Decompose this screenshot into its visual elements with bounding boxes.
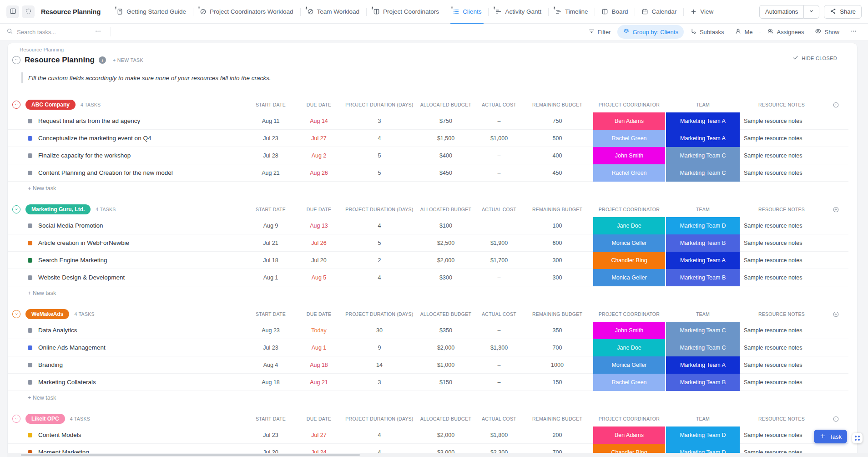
actual-cost-cell[interactable]: $1,900 [476,234,522,252]
column-header-start-date[interactable]: START DATE [247,311,294,317]
project-coordinator-cell[interactable]: Rachel Green [593,130,666,147]
allocated-budget-cell[interactable]: $2,000 [415,252,476,269]
actual-cost-cell[interactable]: – [476,269,522,286]
allocated-budget-cell[interactable]: $300 [415,269,476,286]
duration-cell[interactable]: 3 [343,112,415,130]
group-pill[interactable]: ABC Company [25,100,76,110]
column-header-due-date[interactable]: DUE DATE [294,416,343,421]
resource-notes-cell[interactable]: Sample resource notes [740,147,823,164]
actual-cost-cell[interactable]: – [476,147,522,164]
resource-notes-cell[interactable]: Sample resource notes [740,217,823,234]
column-header-resource-notes[interactable]: RESOURCE NOTES [740,311,823,317]
new-task-button[interactable]: + New task [8,286,857,300]
project-coordinator-cell[interactable]: Monica Geller [593,356,666,374]
due-date-cell[interactable]: Aug 1 [294,339,343,356]
column-header-project-duration-days[interactable]: PROJECT DURATION (DAYS) [343,207,415,212]
column-header-team[interactable]: TEAM [666,311,740,317]
actual-cost-cell[interactable]: – [476,322,522,339]
allocated-budget-cell[interactable]: $400 [415,147,476,164]
due-date-cell[interactable]: Aug 2 [294,147,343,164]
allocated-budget-cell[interactable]: $2,000 [415,339,476,356]
tab-project-coordinators-workload[interactable]: Project Coordinators Workload [193,0,300,24]
column-header-allocated-budget[interactable]: ALLOCATED BUDGET [415,207,476,212]
column-header-project-duration-days[interactable]: PROJECT DURATION (DAYS) [343,416,415,421]
column-header-allocated-budget[interactable]: ALLOCATED BUDGET [415,311,476,317]
resource-notes-cell[interactable]: Sample resource notes [740,112,823,130]
duration-cell[interactable]: 14 [343,356,415,374]
start-date-cell[interactable]: Jul 21 [247,234,294,252]
column-header-due-date[interactable]: DUE DATE [294,102,343,107]
allocated-budget-cell[interactable]: $450 [415,164,476,182]
start-date-cell[interactable]: Jul 18 [247,252,294,269]
project-coordinator-cell[interactable]: Rachel Green [593,374,666,391]
duration-cell[interactable]: 4 [343,269,415,286]
duration-cell[interactable]: 4 [343,427,415,444]
project-coordinator-cell[interactable]: Jane Doe [593,217,666,234]
resource-notes-cell[interactable]: Sample resource notes [740,427,823,444]
actual-cost-cell[interactable]: – [476,217,522,234]
due-date-cell[interactable]: Jul 26 [294,234,343,252]
column-header-team[interactable]: TEAM [666,207,740,212]
remaining-budget-cell[interactable]: 350 [522,322,593,339]
tab-clients[interactable]: Clients [446,0,488,24]
team-cell[interactable]: Marketing Team A [666,252,740,269]
team-cell[interactable]: Marketing Team B [666,374,740,391]
team-cell[interactable]: Marketing Team A [666,112,740,130]
column-header-remaining-budget[interactable]: REMAINING BUDGET [522,416,593,421]
resource-notes-cell[interactable]: Sample resource notes [740,234,823,252]
project-coordinator-cell[interactable]: John Smith [593,147,666,164]
project-coordinator-cell[interactable]: Chandler Bing [593,252,666,269]
remaining-budget-cell[interactable]: 1000 [522,356,593,374]
start-date-cell[interactable]: Aug 11 [247,112,294,130]
column-header-resource-notes[interactable]: RESOURCE NOTES [740,102,823,107]
duration-cell[interactable]: 5 [343,234,415,252]
resource-notes-cell[interactable]: Sample resource notes [740,269,823,286]
project-coordinator-cell[interactable]: Ben Adams [593,427,666,444]
group-pill[interactable]: Marketing Guru, Ltd. [25,204,91,214]
column-header-actual-cost[interactable]: ACTUAL COST [476,311,522,317]
tab-timeline[interactable]: Timeline [548,0,595,24]
actual-cost-cell[interactable]: – [476,112,522,130]
start-date-cell[interactable]: Jul 28 [247,147,294,164]
filter-button[interactable]: Filter [584,28,616,36]
allocated-budget-cell[interactable]: $2,500 [415,234,476,252]
collapse-group-button[interactable] [12,415,20,423]
remaining-budget-cell[interactable]: 700 [522,339,593,356]
task-name-cell[interactable]: Conceptualize the marketing event on Q4 [8,130,247,147]
tab-activity-gantt[interactable]: Activity Gantt [488,0,548,24]
team-cell[interactable]: Marketing Team C [666,339,740,356]
column-header-project-duration-days[interactable]: PROJECT DURATION (DAYS) [343,102,415,107]
due-date-cell[interactable]: Aug 26 [294,164,343,182]
duration-cell[interactable]: 5 [343,147,415,164]
column-header-allocated-budget[interactable]: ALLOCATED BUDGET [415,416,476,421]
space-avatar-button[interactable] [22,5,35,18]
team-cell[interactable]: Marketing Team C [666,322,740,339]
new-task-button[interactable]: + New task [8,182,857,195]
task-status-icon[interactable] [28,241,32,245]
task-status-icon[interactable] [28,275,32,280]
automations-dropdown-button[interactable] [804,5,819,19]
info-icon[interactable]: i [99,56,106,64]
duration-cell[interactable]: 3 [343,374,415,391]
project-coordinator-cell[interactable]: Monica Geller [593,269,666,286]
allocated-budget-cell[interactable]: $750 [415,112,476,130]
hide-closed-button[interactable]: HIDE CLOSED [792,54,837,62]
task-name-cell[interactable]: Finalize capacity for the workshop [8,147,247,164]
due-date-cell[interactable]: Aug 13 [294,217,343,234]
group-pill[interactable]: LikeIt OPC [25,414,65,424]
start-date-cell[interactable]: Aug 1 [247,269,294,286]
column-header-remaining-budget[interactable]: REMAINING BUDGET [522,207,593,212]
task-status-icon[interactable] [28,345,32,350]
task-status-icon[interactable] [28,171,32,175]
due-date-cell[interactable]: Today [294,322,343,339]
column-header-project-coordinator[interactable]: PROJECT COORDINATOR [593,311,666,317]
team-cell[interactable]: Marketing Team C [666,147,740,164]
project-coordinator-cell[interactable]: Monica Geller [593,234,666,252]
remaining-budget-cell[interactable]: 500 [522,130,593,147]
start-date-cell[interactable]: Aug 9 [247,217,294,234]
column-header-start-date[interactable]: START DATE [247,416,294,421]
task-name-cell[interactable]: Website Design & Development [8,269,247,286]
task-status-icon[interactable] [28,223,32,228]
search-tasks-input[interactable]: Search tasks... [6,28,88,36]
column-header-start-date[interactable]: START DATE [247,102,294,107]
